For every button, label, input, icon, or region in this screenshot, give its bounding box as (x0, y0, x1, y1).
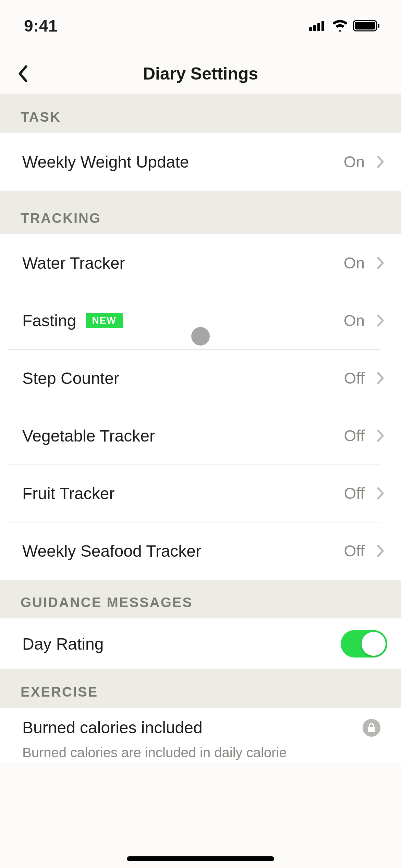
svg-rect-2 (317, 23, 320, 31)
row-label: Weekly Seafood Tracker (22, 542, 201, 560)
guidance-list: Day Rating (0, 618, 401, 669)
svg-rect-6 (378, 24, 379, 28)
svg-rect-5 (355, 22, 375, 29)
row-value: On (344, 153, 365, 171)
svg-rect-7 (368, 727, 375, 732)
page-title: Diary Settings (143, 64, 258, 84)
row-fruit-tracker[interactable]: Fruit Tracker Off (0, 465, 401, 522)
nav-header: Diary Settings (0, 53, 401, 94)
row-value: Off (344, 426, 365, 445)
section-header-label: EXERCISE (21, 684, 380, 700)
row-label: Fasting (22, 311, 76, 330)
row-weekly-weight-update[interactable]: Weekly Weight Update On (0, 133, 401, 191)
svg-rect-1 (313, 25, 316, 31)
row-value: Off (344, 484, 365, 503)
section-header-label: GUIDANCE MESSAGES (21, 595, 380, 610)
status-icons (309, 20, 380, 32)
chevron-right-icon (374, 155, 387, 169)
row-value: Off (344, 542, 365, 560)
task-list: Weekly Weight Update On (0, 133, 401, 191)
row-burned-calories[interactable]: Burned calories included Burned calories… (0, 708, 401, 762)
section-header-label: TRACKING (21, 210, 380, 226)
chevron-right-icon (374, 371, 387, 385)
chevron-right-icon (374, 486, 387, 500)
row-label: Burned calories included (22, 718, 203, 737)
row-weekly-seafood-tracker[interactable]: Weekly Seafood Tracker Off (0, 522, 401, 580)
row-value: On (344, 254, 365, 272)
battery-icon (353, 20, 380, 32)
chevron-right-icon (374, 256, 387, 270)
toggle-knob (362, 632, 386, 656)
row-value: On (344, 311, 365, 330)
chevron-right-icon (374, 429, 387, 443)
day-rating-toggle[interactable] (341, 630, 387, 658)
section-header-tracking: TRACKING (0, 195, 401, 234)
tracking-list: Water Tracker On Fasting NEW On Step Cou… (0, 234, 401, 580)
row-label: Day Rating (22, 635, 104, 653)
status-bar: 9:41 (0, 0, 401, 48)
pointer-indicator (191, 327, 210, 346)
chevron-right-icon (374, 544, 387, 558)
section-header-exercise: EXERCISE (0, 669, 401, 708)
row-day-rating: Day Rating (0, 618, 401, 669)
row-step-counter[interactable]: Step Counter Off (0, 349, 401, 407)
new-badge: NEW (86, 313, 122, 328)
section-header-label: TASK (21, 109, 380, 125)
svg-rect-0 (309, 27, 312, 31)
section-gap (0, 191, 401, 195)
home-indicator[interactable] (127, 856, 274, 861)
back-button[interactable] (17, 63, 38, 84)
wifi-icon (332, 20, 348, 32)
svg-rect-3 (321, 21, 324, 31)
row-label: Vegetable Tracker (22, 426, 155, 445)
lock-icon (363, 719, 380, 737)
chevron-left-icon (17, 64, 28, 83)
chevron-right-icon (374, 314, 387, 327)
row-label: Step Counter (22, 369, 119, 388)
home-indicator-area (0, 856, 401, 861)
section-header-guidance: GUIDANCE MESSAGES (0, 580, 401, 618)
row-label: Water Tracker (22, 254, 125, 273)
row-label: Weekly Weight Update (22, 153, 189, 171)
row-water-tracker[interactable]: Water Tracker On (0, 234, 401, 292)
cellular-icon (309, 20, 327, 31)
section-header-task: TASK (0, 94, 401, 133)
row-value: Off (344, 369, 365, 387)
status-time: 9:41 (24, 16, 58, 35)
row-vegetable-tracker[interactable]: Vegetable Tracker Off (0, 407, 401, 465)
row-label: Fruit Tracker (22, 484, 114, 503)
row-description: Burned calories are included in daily ca… (22, 743, 380, 762)
